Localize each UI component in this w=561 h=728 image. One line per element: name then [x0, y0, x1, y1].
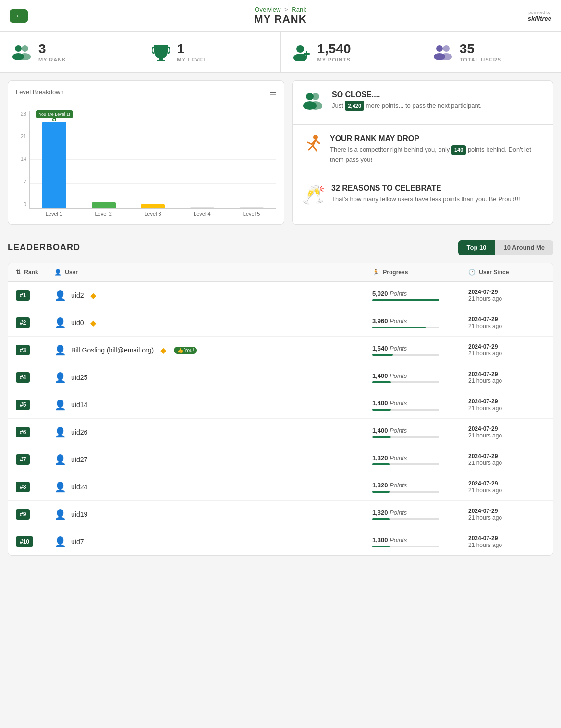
total-label: TOTAL USERS	[460, 57, 501, 62]
since-date: 2024-07-29	[468, 398, 545, 405]
points-value: 1,320	[372, 509, 388, 516]
user-name: uid14	[71, 401, 87, 409]
leaderboard-title: LEADERBOARD	[8, 243, 80, 253]
progress-bar-fill	[372, 436, 391, 438]
bar-fill-1	[42, 122, 66, 208]
rank-badge: #9	[16, 509, 30, 520]
avatar-icon: 👤	[54, 536, 66, 547]
trophy-icon: ◆	[160, 346, 166, 355]
progress-points: 1,320 Points	[372, 454, 468, 461]
since-cell: 2024-07-29 21 hours ago	[468, 480, 545, 494]
dot-1	[52, 118, 56, 121]
level-icon	[152, 43, 170, 61]
info-cards-panel: SO CLOSE.... Just 2,420 more points... t…	[292, 80, 553, 225]
x-label-1: Level 1	[29, 211, 79, 217]
avatar-icon: 👤	[54, 481, 66, 493]
trophy-icon	[152, 43, 170, 61]
bar-fill-3	[141, 204, 165, 208]
stat-info-total: 35 TOTAL USERS	[460, 41, 501, 62]
rank-drop-text: There is a competitor right behind you, …	[330, 145, 543, 164]
info-card-rank-drop: YOUR RANK MAY DROP There is a competitor…	[293, 125, 553, 174]
bar-group-5	[227, 111, 276, 208]
svg-line-24	[316, 140, 319, 143]
tab-top10[interactable]: Top 10	[458, 240, 495, 255]
since-date: 2024-07-29	[468, 316, 545, 323]
rank-cell: #10	[16, 536, 54, 547]
since-date: 2024-07-29	[468, 480, 545, 487]
progress-points: 1,400 Points	[372, 427, 468, 434]
since-ago: 21 hours ago	[468, 350, 545, 357]
user-cell: 👤 uid7	[54, 536, 372, 547]
rank-badge: #6	[16, 427, 30, 437]
rank-icon	[12, 43, 32, 61]
x-label-4: Level 4	[177, 211, 227, 217]
rank-badge: #4	[16, 372, 30, 383]
progress-bar-bg	[372, 354, 439, 356]
user-cell: 👤 uid19	[54, 509, 372, 520]
progress-points: 3,960 Points	[372, 317, 468, 325]
stat-card-rank: 3 MY RANK	[0, 32, 140, 72]
avatar-icon: 👤	[54, 317, 66, 328]
breadcrumb-overview[interactable]: Overview	[255, 6, 280, 13]
user-cell: 👤 uid0 ◆	[54, 317, 372, 328]
progress-bar-bg	[372, 463, 439, 465]
points-value: 1,540	[372, 345, 388, 352]
user-cell: 👤 Bill Gosling (bill@email.org) ◆ 👍 You!	[54, 344, 372, 356]
progress-bar-fill	[372, 327, 426, 328]
so-close-text-before: Just	[332, 102, 345, 109]
x-label-2: Level 2	[79, 211, 128, 217]
person-add-icon	[293, 43, 311, 61]
menu-icon[interactable]: ☰	[269, 90, 276, 99]
rank-badge: #2	[16, 317, 30, 328]
breadcrumb-rank: Rank	[292, 6, 306, 13]
user-cell: 👤 uid27	[54, 454, 372, 465]
progress-bar-bg	[372, 518, 439, 520]
celebrate-icon: 🥂	[302, 184, 325, 205]
stat-card-points: 1,540 MY POINTS	[281, 32, 421, 72]
progress-bar-bg	[372, 546, 439, 547]
brand-logo: skilltree	[528, 14, 551, 22]
so-close-text-after: more points... to pass the next particip…	[364, 102, 482, 109]
stat-card-total: 35 TOTAL USERS	[421, 32, 561, 72]
since-cell: 2024-07-29 21 hours ago	[468, 453, 545, 466]
progress-points: 1,320 Points	[372, 482, 468, 489]
bar-1: You are Level 1!	[42, 122, 66, 208]
user-cell: 👤 uid2 ◆	[54, 290, 372, 301]
avatar-icon: 👤	[54, 372, 66, 383]
since-cell: 2024-07-29 21 hours ago	[468, 371, 545, 384]
tab-around-me[interactable]: 10 Around Me	[495, 240, 553, 255]
progress-bar-fill	[372, 546, 390, 547]
rank-cell: #4	[16, 372, 54, 383]
points-label: Points	[390, 536, 407, 544]
since-date: 2024-07-29	[468, 371, 545, 377]
stat-info-rank: 3 MY RANK	[38, 41, 66, 62]
since-date: 2024-07-29	[468, 508, 545, 514]
back-button[interactable]: ←	[10, 9, 28, 23]
breadcrumb-separator: >	[284, 6, 288, 13]
table-row: #3 👤 Bill Gosling (bill@email.org) ◆ 👍 Y…	[8, 337, 553, 364]
svg-point-13	[440, 53, 452, 60]
since-ago: 21 hours ago	[468, 487, 545, 494]
points-label: Points	[390, 454, 407, 461]
rank-badge: #7	[16, 454, 30, 465]
bar-group-1: You are Level 1!	[30, 111, 79, 208]
user-name: uid25	[71, 374, 87, 381]
progress-points: 1,300 Points	[372, 536, 468, 544]
progress-points: 5,020 Points	[372, 290, 468, 297]
points-label: Points	[390, 509, 407, 516]
progress-bar-bg	[372, 381, 439, 383]
since-cell: 2024-07-29 21 hours ago	[468, 398, 545, 412]
progress-bar-bg	[372, 491, 439, 493]
progress-cell: 5,020 Points	[372, 290, 468, 301]
svg-rect-5	[157, 60, 165, 61]
total-icon	[433, 43, 453, 61]
table-header: ⇅ Rank 👤 User 🏃 Progress 🕐 User Since	[8, 263, 553, 282]
avatar-icon: 👤	[54, 399, 66, 411]
svg-point-6	[296, 45, 304, 53]
rank-cell: #2	[16, 317, 54, 328]
progress-bar-bg	[372, 299, 439, 301]
user-name: uid27	[71, 456, 87, 463]
progress-points: 1,320 Points	[372, 509, 468, 516]
avatar-icon: 👤	[54, 454, 66, 465]
rank-cell: #3	[16, 345, 54, 355]
